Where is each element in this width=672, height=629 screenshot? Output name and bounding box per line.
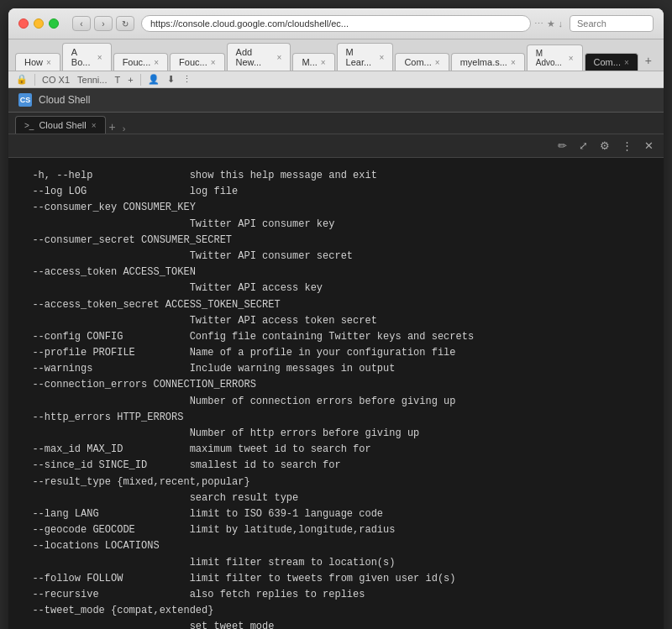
terminal-line: --since_id SINCE_ID smallest id to searc… xyxy=(20,458,652,474)
terminal-line: --consumer_key CONSUMER_KEY xyxy=(20,200,652,216)
tab-add-button[interactable]: + xyxy=(640,50,657,71)
tab-how-close[interactable]: × xyxy=(46,58,51,67)
edit-button[interactable]: ✏ xyxy=(554,138,570,154)
tab-advo-close[interactable]: × xyxy=(569,54,574,63)
terminal-line: Twitter API access token secret xyxy=(20,313,652,329)
tab-learn[interactable]: M Lear...× xyxy=(337,43,394,71)
tab-fouc1[interactable]: Fouc...× xyxy=(113,53,168,71)
terminal: -h, --help show this help message and ex… xyxy=(8,158,664,629)
terminal-line: --log LOG log file xyxy=(20,184,652,200)
tab-learn-close[interactable]: × xyxy=(380,53,385,62)
icon-shield: 🔒 xyxy=(13,73,30,86)
shell-tab-close[interactable]: × xyxy=(92,121,97,130)
tab-advo[interactable]: M Advo...× xyxy=(527,45,583,71)
tab-com-active-label: Com... xyxy=(594,57,621,67)
back-button[interactable]: ‹ xyxy=(72,16,91,31)
terminal-line: limit filter stream to location(s) xyxy=(20,555,652,571)
close-button[interactable] xyxy=(18,18,29,29)
shell-tab-label: Cloud Shell xyxy=(39,120,86,130)
more-vert-button[interactable]: ⋮ xyxy=(618,138,636,154)
terminal-line: --recursive also fetch replies to replie… xyxy=(20,587,652,603)
maximize-button[interactable] xyxy=(49,18,59,29)
icon-more[interactable]: ⋮ xyxy=(180,73,194,86)
tab-com1-close[interactable]: × xyxy=(435,58,440,67)
terminal-line: --consumer_secret CONSUMER_SECRET xyxy=(20,233,652,249)
tab-m[interactable]: M...× xyxy=(292,53,334,71)
browser-tabs: How× A Bo...× Fouc...× Fouc...× Add New.… xyxy=(8,39,664,71)
terminal-line: --profile PROFILE Name of a profile in y… xyxy=(20,345,652,361)
browser-icons-row: 🔒 CO X1 Tenni... T + 👤 ⬇ ⋮ xyxy=(8,71,664,88)
tab-abo[interactable]: A Bo...× xyxy=(62,43,112,71)
terminal-line: --access_token ACCESS_TOKEN xyxy=(20,265,652,280)
terminal-line: --result_type {mixed,recent,popular} xyxy=(20,474,652,490)
terminal-line: --geocode GEOCODE limit by latitude,long… xyxy=(20,522,652,538)
separator2 xyxy=(140,74,141,86)
shell-tab-add-button[interactable]: + xyxy=(106,120,119,134)
terminal-line: Twitter API access key xyxy=(20,280,652,296)
terminal-line: --tweet_mode {compat,extended} xyxy=(20,603,652,619)
tab-com-active[interactable]: Com...× xyxy=(585,53,638,71)
tab-myelma-close[interactable]: × xyxy=(511,58,516,67)
close-shell-button[interactable]: ✕ xyxy=(641,138,657,154)
terminal-line: --warnings Include warning messages in o… xyxy=(20,361,652,377)
settings-button[interactable]: ⚙ xyxy=(596,138,613,154)
terminal-line: Number of connection errors before givin… xyxy=(20,394,652,410)
tab-addnew[interactable]: Add New...× xyxy=(227,43,291,71)
address-bar[interactable] xyxy=(141,15,531,32)
icon-ext-add[interactable]: + xyxy=(125,74,135,86)
tab-fouc2-close[interactable]: × xyxy=(211,58,216,67)
tab-abo-close[interactable]: × xyxy=(97,53,102,62)
shell-tab-icon: >_ xyxy=(24,121,34,130)
terminal-line: --http_errors HTTP_ERRORS xyxy=(20,410,652,426)
tab-fouc1-label: Fouc... xyxy=(123,57,151,67)
tab-fouc2[interactable]: Fouc...× xyxy=(170,53,224,71)
icon-co[interactable]: CO X1 xyxy=(39,74,72,86)
shell-toolbar: ✏ ⤢ ⚙ ⋮ ✕ xyxy=(8,134,664,158)
tab-com1-label: Com... xyxy=(404,57,431,67)
terminal-line: set tweet mode xyxy=(20,619,652,629)
tab-learn-label: M Lear... xyxy=(346,47,376,67)
open-new-button[interactable]: ⤢ xyxy=(575,138,591,154)
terminal-line: Twitter API consumer secret xyxy=(20,249,652,265)
cloud-shell-logo: CS xyxy=(18,93,32,107)
tab-m-close[interactable]: × xyxy=(321,58,326,67)
separator xyxy=(34,74,35,86)
search-input[interactable] xyxy=(570,15,654,32)
tab-fouc2-label: Fouc... xyxy=(179,57,207,67)
icon-t[interactable]: T xyxy=(112,74,123,86)
terminal-line: --locations LOCATIONS xyxy=(20,538,652,554)
address-bar-container: ⋯ ★ ↓ xyxy=(141,15,563,32)
tab-advo-label: M Advo... xyxy=(536,49,565,67)
tab-myelma[interactable]: myelma.s...× xyxy=(451,53,525,71)
tab-addnew-close[interactable]: × xyxy=(277,53,282,62)
icon-download[interactable]: ⬇ xyxy=(165,73,177,86)
forward-button[interactable]: › xyxy=(94,16,113,31)
cloud-shell-wrapper: CS Cloud Shell >_ Cloud Shell × + › ✏ ⤢ … xyxy=(8,88,664,629)
shell-tab-main[interactable]: >_ Cloud Shell × xyxy=(15,116,106,134)
terminal-line: search result type xyxy=(20,490,652,506)
tab-how-label: How xyxy=(24,57,43,67)
shell-tabs: >_ Cloud Shell × + › xyxy=(8,113,664,134)
shell-tab-arrow[interactable]: › xyxy=(123,123,126,134)
nav-buttons: ‹ › ↻ xyxy=(72,16,134,31)
tab-fouc1-close[interactable]: × xyxy=(154,58,159,67)
icon-tennis[interactable]: Tenni... xyxy=(75,74,109,86)
tab-addnew-label: Add New... xyxy=(236,47,274,67)
tab-myelma-label: myelma.s... xyxy=(460,57,507,67)
terminal-line: --connection_errors CONNECTION_ERRORS xyxy=(20,377,652,393)
tab-how[interactable]: How× xyxy=(15,53,60,71)
minimize-button[interactable] xyxy=(34,18,44,29)
tab-abo-label: A Bo... xyxy=(71,47,94,67)
traffic-lights xyxy=(18,18,59,29)
terminal-line: --max_id MAX_ID maximum tweet id to sear… xyxy=(20,442,652,458)
title-bar: ‹ › ↻ ⋯ ★ ↓ xyxy=(8,8,664,39)
icon-user[interactable]: 👤 xyxy=(145,73,162,86)
tab-com1[interactable]: Com...× xyxy=(395,53,449,71)
terminal-line: --lang LANG limit to ISO 639-1 language … xyxy=(20,506,652,522)
tab-com-active-close[interactable]: × xyxy=(624,58,629,67)
terminal-line: Twitter API consumer key xyxy=(20,217,652,233)
reload-button[interactable]: ↻ xyxy=(116,16,134,31)
terminal-line: Number of http errors before giving up xyxy=(20,426,652,442)
cloud-shell-title: Cloud Shell xyxy=(39,94,90,106)
terminal-line: --config CONFIG Config file containing T… xyxy=(20,329,652,345)
